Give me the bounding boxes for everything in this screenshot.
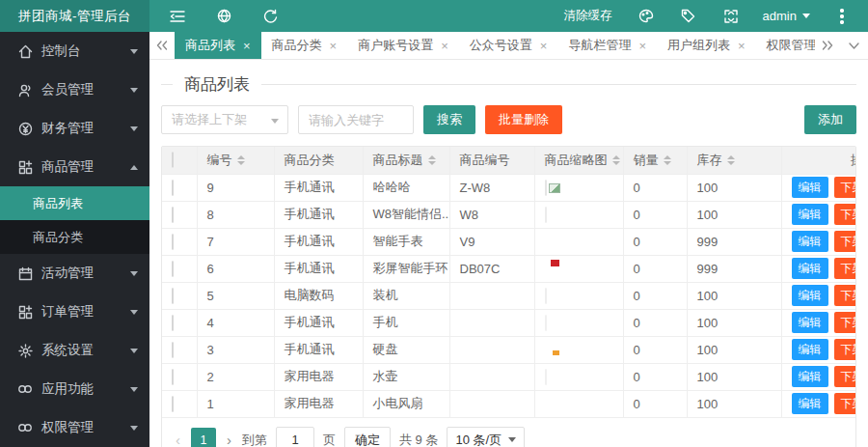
confirm-button[interactable]: 确定: [344, 427, 391, 447]
tab-close-icon[interactable]: ×: [638, 40, 646, 52]
shelf-status-select[interactable]: 请选择上下架: [161, 105, 288, 134]
sort-icon[interactable]: [612, 155, 620, 165]
sidebar-item-product-list[interactable]: 商品列表: [0, 186, 149, 220]
tag-icon[interactable]: [672, 0, 705, 32]
row-checkbox[interactable]: [172, 180, 174, 196]
off-shelf-button[interactable]: 下架: [834, 285, 856, 306]
edit-button[interactable]: 编辑: [792, 177, 828, 198]
sidebar-item-finance[interactable]: 财务管理: [0, 109, 149, 148]
tab-item[interactable]: 权限管理 ×: [756, 32, 815, 59]
goto-page-input[interactable]: [276, 427, 314, 447]
sidebar-item-settings[interactable]: 系统设置: [0, 331, 149, 370]
tab-close-icon[interactable]: ×: [540, 40, 548, 52]
row-checkbox[interactable]: [172, 396, 174, 412]
tabs-scroll-left-icon[interactable]: [149, 32, 175, 59]
user-menu[interactable]: admin: [757, 9, 816, 23]
sort-icon[interactable]: [428, 155, 436, 165]
cell-stock: 999: [687, 228, 781, 255]
sidebar-item-members[interactable]: 会员管理: [0, 70, 149, 109]
sidebar-item-orders[interactable]: 订单管理: [0, 293, 149, 331]
tabs-scroll-right-icon[interactable]: [815, 32, 840, 59]
row-checkbox[interactable]: [172, 342, 174, 358]
edit-button[interactable]: 编辑: [792, 312, 828, 333]
refresh-icon[interactable]: [254, 0, 286, 32]
row-checkbox[interactable]: [172, 261, 174, 277]
row-checkbox[interactable]: [172, 315, 174, 331]
sort-icon[interactable]: [727, 155, 735, 165]
globe-icon[interactable]: [207, 0, 240, 32]
row-checkbox[interactable]: [172, 234, 174, 250]
clear-cache-button[interactable]: 清除缓存: [556, 8, 620, 24]
per-page-select[interactable]: 10 条/页: [447, 427, 525, 447]
tab-close-icon[interactable]: ×: [738, 40, 746, 52]
link-icon: [17, 420, 33, 435]
off-shelf-button[interactable]: 下架: [834, 177, 856, 198]
sidebar-item-permissions[interactable]: 权限管理: [0, 408, 149, 447]
row-checkbox[interactable]: [172, 288, 174, 304]
tab-close-icon[interactable]: ×: [330, 40, 338, 52]
tab-label: 商品列表: [185, 37, 235, 54]
off-shelf-button[interactable]: 下架: [834, 393, 856, 414]
more-menu-icon[interactable]: [826, 0, 858, 32]
edit-button[interactable]: 编辑: [792, 258, 828, 279]
keyword-input[interactable]: [298, 105, 414, 134]
off-shelf-button[interactable]: 下架: [834, 231, 856, 252]
theme-palette-icon[interactable]: [630, 0, 663, 32]
tab-bar: 商品列表 × 商品分类 × 商户账号设置 × 公众号设置 × 导航栏管理 × 用…: [149, 32, 868, 60]
cell-id: 5: [197, 282, 274, 309]
edit-button[interactable]: 编辑: [792, 366, 828, 387]
tab-item[interactable]: 导航栏管理 ×: [557, 32, 657, 59]
tab-item[interactable]: 商品分类 ×: [261, 32, 348, 59]
tab-close-icon[interactable]: ×: [243, 40, 251, 52]
prev-page-icon[interactable]: ‹: [174, 432, 182, 447]
table-row: 3 手机通讯 硬盘 0 100 编辑 下架 删除: [162, 336, 855, 363]
edit-button[interactable]: 编辑: [792, 285, 828, 306]
sort-icon[interactable]: [664, 155, 671, 165]
edit-button[interactable]: 编辑: [792, 339, 828, 360]
add-button[interactable]: 添加: [804, 105, 856, 134]
fullscreen-icon[interactable]: [715, 0, 747, 32]
thumbnail: [545, 207, 547, 223]
tab-item[interactable]: 商户账号设置 ×: [347, 32, 459, 59]
sidebar-item-products[interactable]: 商品管理: [0, 148, 149, 186]
page-1-button[interactable]: 1: [191, 428, 216, 447]
edit-button[interactable]: 编辑: [792, 393, 828, 414]
sidebar-item-apps[interactable]: 应用功能: [0, 370, 149, 408]
next-page-icon[interactable]: ›: [225, 432, 233, 447]
tab-close-icon[interactable]: ×: [441, 40, 448, 52]
cell-stock: 100: [687, 201, 781, 228]
off-shelf-button[interactable]: 下架: [834, 312, 856, 333]
row-checkbox[interactable]: [172, 369, 174, 385]
batch-delete-button[interactable]: 批量删除: [485, 105, 562, 134]
cell-sales: 0: [623, 336, 687, 363]
sidebar-item-product-category[interactable]: 商品分类: [0, 220, 149, 254]
table-row: 5 电脑数码 装机 0 100 编辑 下架 删除: [162, 282, 855, 309]
select-all-checkbox[interactable]: [172, 152, 174, 168]
edit-button[interactable]: 编辑: [792, 231, 828, 252]
tab-item[interactable]: 商品列表 ×: [175, 32, 261, 59]
cell-code: Z-W8: [449, 174, 534, 201]
page-title: 商品列表: [184, 73, 250, 96]
tabs-dropdown-icon[interactable]: [840, 32, 868, 59]
off-shelf-button[interactable]: 下架: [834, 204, 856, 225]
sidebar-item-dashboard[interactable]: 控制台: [0, 32, 149, 70]
off-shelf-button[interactable]: 下架: [834, 339, 856, 360]
cell-id: 7: [197, 228, 274, 255]
calendar-icon: [17, 265, 33, 281]
edit-button[interactable]: 编辑: [792, 204, 828, 225]
cell-sales: 0: [623, 201, 687, 228]
thumbnail: [545, 369, 547, 385]
row-checkbox[interactable]: [172, 207, 174, 223]
cell-title: W8智能情侣...: [363, 201, 449, 228]
collapse-sidebar-icon[interactable]: [161, 0, 194, 32]
cell-title: 装机: [363, 282, 449, 309]
off-shelf-button[interactable]: 下架: [834, 366, 856, 387]
search-button[interactable]: 搜索: [423, 105, 475, 134]
tab-item[interactable]: 用户组列表 ×: [657, 32, 756, 59]
off-shelf-button[interactable]: 下架: [834, 258, 856, 279]
tab-item[interactable]: 公众号设置 ×: [459, 32, 558, 59]
sidebar-item-activities[interactable]: 活动管理: [0, 254, 149, 293]
cell-category: 手机通讯: [274, 255, 363, 282]
page-title-block: 商品列表: [161, 71, 856, 97]
sort-icon[interactable]: [237, 155, 245, 165]
